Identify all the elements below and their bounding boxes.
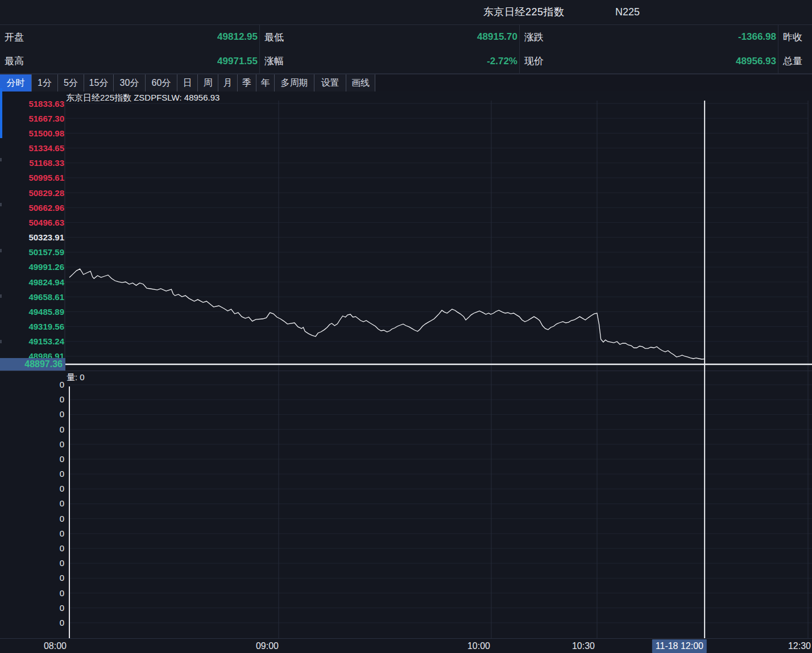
quote-row-open: 开盘 49812.95: [0, 25, 259, 49]
tab-month[interactable]: 月: [218, 74, 238, 92]
price-label: 现价: [520, 55, 544, 68]
price-value: 48956.93: [544, 56, 778, 67]
volume-axis-label: 0: [3, 380, 64, 389]
trading-app: 东京日经225指数 N225 开盘 49812.95 最高 49971.55 最…: [0, 0, 812, 653]
low-label: 最低: [260, 31, 284, 44]
open-label: 开盘: [0, 31, 24, 44]
price-axis-label: 51833.63: [3, 99, 64, 109]
volume-axis-label: 0: [3, 529, 64, 538]
chart-canvas: [0, 91, 812, 653]
volume-axis-label: 0: [3, 559, 64, 568]
quote-row-volume: 总量: [778, 49, 812, 74]
quote-col-2: 最低 48915.70 涨幅 -2.72%: [260, 25, 520, 73]
low-value: 48915.70: [284, 31, 519, 43]
volume-axis-label: 0: [3, 514, 64, 523]
tab-day[interactable]: 日: [177, 74, 198, 92]
header-bar: 东京日经225指数 N225: [0, 0, 812, 25]
time-axis-label: 10:00: [467, 639, 490, 653]
volume-axis-label: 0: [3, 425, 64, 434]
time-axis-label: 08:00: [44, 639, 67, 653]
change-label: 涨跌: [520, 31, 544, 44]
volume-axis-label: 0: [3, 544, 64, 553]
edge-tick: [0, 294, 2, 298]
quote-row-price: 现价 48956.93: [520, 49, 778, 74]
price-axis-label: 50995.61: [3, 173, 64, 182]
edge-tick: [0, 340, 2, 343]
tab-60min[interactable]: 60分: [146, 74, 177, 92]
price-axis-label: 50662.96: [3, 203, 64, 213]
change-pct-label: 涨幅: [260, 55, 284, 68]
open-value: 49812.95: [24, 31, 259, 43]
volume-axis-label: 0: [3, 469, 64, 479]
left-scroll-indicator[interactable]: [0, 88, 2, 138]
volume-axis-label: 0: [3, 455, 64, 464]
price-axis-label: 51667.30: [3, 114, 64, 123]
quote-col-1: 开盘 49812.95 最高 49971.55: [0, 25, 260, 73]
edge-tick: [0, 158, 2, 161]
tab-15min[interactable]: 15分: [84, 74, 114, 92]
quote-col-4: 昨收 总量: [778, 25, 812, 73]
instrument-title: 东京日经225指数: [483, 0, 565, 24]
volume-axis-label: 0: [3, 395, 64, 404]
price-line: [69, 269, 705, 359]
volume-pane-title: 量: 0: [67, 372, 85, 383]
volume-axis-label: 0: [3, 589, 64, 598]
price-axis-label: 49153.24: [3, 336, 64, 346]
price-axis-label: 49991.26: [3, 262, 64, 272]
change-pct-value: -2.72%: [284, 56, 519, 67]
price-axis-label: 50157.59: [3, 247, 64, 257]
crosshair-time-badge: 11-18 12:00: [652, 639, 707, 653]
time-axis-label: 12:30: [788, 639, 811, 653]
quote-row-prev-close: 昨收: [778, 25, 812, 49]
prev-close-label: 昨收: [778, 31, 802, 44]
price-axis-label: 49319.56: [3, 322, 64, 331]
quote-row-low: 最低 48915.70: [260, 25, 519, 49]
price-axis-label: 49658.61: [3, 292, 64, 302]
volume-axis-label: 0: [3, 484, 64, 493]
quote-col-3: 涨跌 -1366.98 现价 48956.93: [520, 25, 778, 73]
tab-30min[interactable]: 30分: [114, 74, 146, 92]
period-tab-bar: 分时1分5分15分30分60分日周月季年多周期设置画线: [0, 74, 812, 92]
volume-axis-label: 0: [3, 410, 64, 419]
price-axis-label: 49485.89: [3, 307, 64, 317]
tab-5min[interactable]: 5分: [58, 74, 84, 92]
tab-settings[interactable]: 设置: [314, 74, 346, 92]
time-axis-label: 09:00: [256, 639, 279, 653]
time-axis-label: 10:30: [572, 639, 595, 653]
instrument-symbol: N225: [615, 0, 640, 24]
edge-tick: [0, 203, 2, 206]
price-axis-label: 51500.98: [3, 128, 64, 138]
tab-draw-line[interactable]: 画线: [346, 74, 375, 92]
tab-week[interactable]: 周: [198, 74, 218, 92]
quote-row-change-pct: 涨幅 -2.72%: [260, 49, 519, 74]
chart-overlay-title: 东京日经225指数 ZSDPFSLW: 48956.93: [66, 93, 219, 103]
volume-axis-label: 0: [3, 440, 64, 449]
volume-axis-label: 0: [3, 618, 64, 627]
volume-axis-label: 0: [3, 604, 64, 613]
tab-year[interactable]: 年: [256, 74, 275, 92]
quote-panel: 开盘 49812.95 最高 49971.55 最低 48915.70 涨幅 -…: [0, 25, 812, 74]
volume-axis-label: 0: [3, 573, 64, 583]
price-axis-label: 50829.28: [3, 188, 64, 198]
change-value: -1366.98: [544, 31, 778, 43]
price-axis-label: 51334.65: [3, 143, 64, 153]
crosshair-price-badge: 48897.36: [0, 358, 65, 371]
price-axis-label: 50496.63: [3, 218, 64, 227]
tab-multi-period[interactable]: 多周期: [275, 74, 314, 92]
tab-quarter[interactable]: 季: [238, 74, 256, 92]
quote-row-change: 涨跌 -1366.98: [520, 25, 778, 49]
tab-1min[interactable]: 1分: [32, 74, 58, 92]
high-label: 最高: [0, 55, 24, 68]
quote-row-high: 最高 49971.55: [0, 49, 259, 74]
chart-area[interactable]: 东京日经225指数 ZSDPFSLW: 48956.93 51833.63516…: [0, 91, 812, 653]
tab-timeline[interactable]: 分时: [0, 74, 32, 92]
time-axis: 08:0009:0010:0010:3011-18 12:0012:30: [0, 639, 812, 653]
price-axis-label: 51168.33: [3, 158, 64, 168]
volume-axis-label: 0: [3, 499, 64, 508]
price-axis-label: 49824.94: [3, 277, 64, 287]
price-axis-label: 50323.91: [3, 232, 64, 242]
volume-label: 总量: [778, 55, 802, 68]
edge-tick: [0, 249, 2, 252]
high-value: 49971.55: [24, 56, 259, 67]
